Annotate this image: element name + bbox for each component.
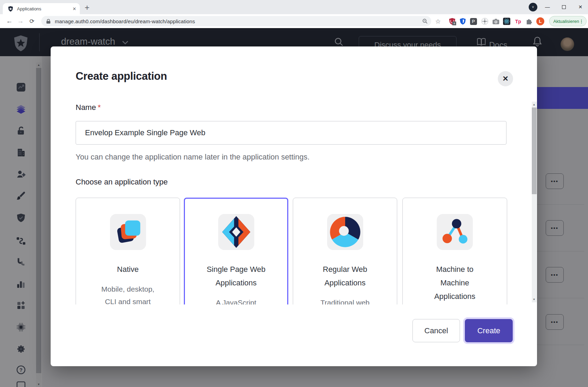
application-type-label: Choose an application type xyxy=(76,178,168,187)
card-machine-to-machine[interactable]: Machine to Machine Applications xyxy=(402,198,507,304)
maximize-icon xyxy=(562,5,566,9)
window-minimize-button[interactable]: — xyxy=(542,2,553,12)
p-extension-icon[interactable]: P xyxy=(469,17,477,25)
browser-titlebar: Applications ✕ + ˅ — ✕ xyxy=(0,0,588,14)
cancel-button[interactable]: Cancel xyxy=(412,319,460,342)
kebab-menu-icon: ⋮ xyxy=(579,19,583,24)
reload-button[interactable]: ⟳ xyxy=(26,14,37,28)
card-description: Mobile, desktop, CLI and smart xyxy=(99,283,157,304)
card-description: A JavaScript xyxy=(207,296,266,304)
modal-close-button[interactable]: ✕ xyxy=(498,71,513,86)
window-close-button[interactable]: ✕ xyxy=(575,2,586,12)
ublock-extension-icon[interactable]: 4 xyxy=(448,17,456,25)
react-devtools-extension-icon[interactable] xyxy=(503,17,511,25)
card-title: Native xyxy=(96,263,160,276)
card-single-page-web[interactable]: Single Page Web Applications A JavaScrip… xyxy=(184,198,288,304)
card-title: Machine to Machine Applications xyxy=(423,263,487,303)
close-icon: ✕ xyxy=(502,75,509,83)
crosshair-extension-icon[interactable] xyxy=(481,17,489,25)
card-native[interactable]: Native Mobile, desktop, CLI and smart xyxy=(76,198,180,304)
native-app-icon xyxy=(110,214,146,250)
browser-profile-avatar[interactable]: L xyxy=(536,17,544,25)
scrollbar-down-arrow-icon[interactable]: ▼ xyxy=(531,297,537,302)
back-button[interactable]: ← xyxy=(4,14,15,28)
address-bar[interactable]: manage.auth0.com/dashboard/eu/dream-watc… xyxy=(41,16,431,26)
url-text: manage.auth0.com/dashboard/eu/dream-watc… xyxy=(55,18,195,24)
bookmark-star-icon[interactable]: ☆ xyxy=(434,17,442,25)
screen: Applications ✕ + ˅ — ✕ ← → ⟳ manage.auth… xyxy=(0,0,588,387)
zoom-level-icon[interactable] xyxy=(422,18,428,24)
application-name-input[interactable] xyxy=(76,121,506,145)
scrollbar-up-arrow-icon[interactable]: ▲ xyxy=(531,102,537,107)
modal-scroll-viewport: Create application Name* You can change … xyxy=(51,46,537,304)
create-button[interactable]: Create xyxy=(465,319,513,342)
m2m-app-icon xyxy=(437,214,473,250)
browser-toolbar: ← → ⟳ manage.auth0.com/dashboard/eu/drea… xyxy=(0,14,588,28)
new-tab-button[interactable]: + xyxy=(85,3,90,12)
required-asterisk: * xyxy=(98,103,101,112)
tampermonkey-extension-icon[interactable]: Tp xyxy=(514,17,522,25)
name-label: Name* xyxy=(76,103,101,112)
update-button[interactable]: Aktualisieren ⋮ xyxy=(549,16,587,26)
card-regular-web[interactable]: Regular Web Applications Traditional web xyxy=(293,198,397,304)
chrome-menu-chevron-icon[interactable]: ˅ xyxy=(529,3,537,11)
extensions-puzzle-icon[interactable] xyxy=(525,17,533,25)
window-maximize-button[interactable] xyxy=(559,2,569,12)
camera-extension-icon[interactable] xyxy=(492,17,500,25)
modal-scrollbar-thumb[interactable] xyxy=(532,108,537,194)
browser-tab[interactable]: Applications ✕ xyxy=(3,3,80,14)
modal-scrollbar[interactable]: ▲ ▼ xyxy=(532,102,537,302)
name-help-text: You can change the application name late… xyxy=(76,153,309,162)
regular-web-app-icon xyxy=(327,214,363,250)
auth0-favicon-icon xyxy=(8,6,14,12)
update-button-label: Aktualisieren xyxy=(553,19,579,24)
card-title: Regular Web Applications xyxy=(313,263,377,290)
tab-close-icon[interactable]: ✕ xyxy=(73,6,76,11)
bitwarden-extension-icon[interactable] xyxy=(459,17,467,25)
lock-icon xyxy=(46,19,51,24)
modal-title: Create application xyxy=(76,70,167,83)
card-title: Single Page Web Applications xyxy=(204,263,268,290)
forward-button[interactable]: → xyxy=(15,14,26,28)
create-application-modal: Create application Name* You can change … xyxy=(51,46,537,366)
card-description: Traditional web xyxy=(316,296,375,304)
ublock-badge: 4 xyxy=(452,22,456,25)
tab-title: Applications xyxy=(17,6,73,11)
spa-app-icon xyxy=(218,214,254,250)
